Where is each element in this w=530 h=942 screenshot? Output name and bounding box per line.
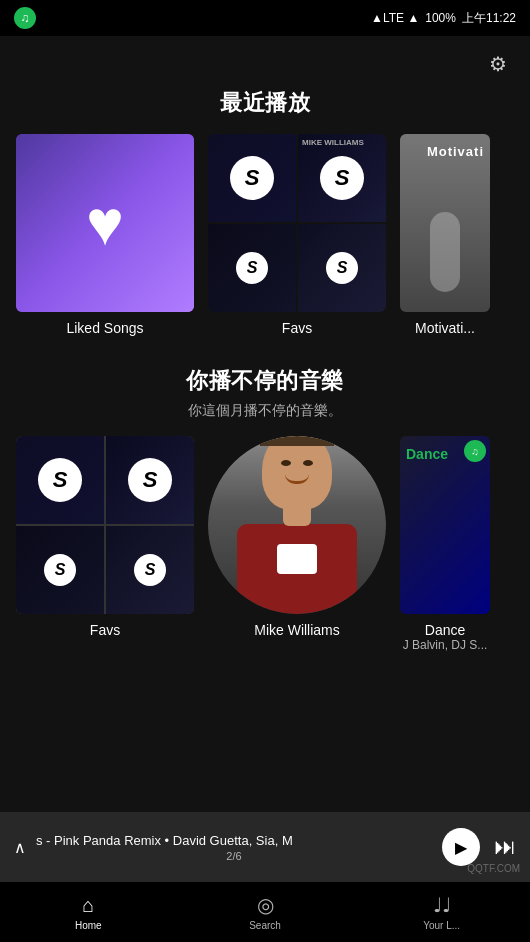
library-label: Your L... [423, 920, 460, 931]
nav-search[interactable]: ◎ Search [177, 882, 354, 942]
mike-eye-left [281, 460, 291, 466]
mike-hair [260, 436, 334, 446]
now-playing-info: s - Pink Panda Remix • David Guetta, Sia… [36, 833, 432, 862]
section2: 你播不停的音樂 你這個月播不停的音樂。 S S S [0, 366, 530, 652]
skip-button[interactable]: ⏭ [494, 834, 516, 860]
nav-library[interactable]: ♩♩ Your L... [353, 882, 530, 942]
motivati-card[interactable]: Motivati Motivati... [400, 134, 490, 336]
section1-title: 最近播放 [0, 88, 530, 118]
mike-avatar [208, 436, 386, 614]
recent-section: 最近播放 ♥ Liked Songs S [0, 88, 530, 336]
expand-button[interactable]: ∧ [14, 838, 26, 857]
nav-home[interactable]: ⌂ Home [0, 882, 177, 942]
main-content: ⚙ 最近播放 ♥ Liked Songs S [0, 36, 530, 752]
search-label: Search [249, 920, 281, 931]
liked-songs-card[interactable]: ♥ Liked Songs [16, 134, 194, 336]
favs-label: Favs [208, 320, 386, 336]
favs-card[interactable]: S MIKE WILLIAMS S S S Fav [208, 134, 386, 336]
spotify-badge: ♫ [464, 440, 486, 462]
favs-grid: S MIKE WILLIAMS S S S [208, 134, 386, 312]
battery-status: 100% [425, 11, 456, 25]
motivati-figure [430, 212, 460, 292]
recent-cards-row: ♥ Liked Songs S MIKE WILLIAMS S [0, 134, 530, 336]
dance-image: Dance ♫ [400, 436, 490, 614]
favs2-sub-4: S [106, 526, 194, 614]
mike-shirt [277, 544, 317, 574]
spinnin-logo-4: S [326, 252, 358, 284]
favs2-card[interactable]: S S S S Favs [16, 436, 194, 652]
header-row: ⚙ [0, 36, 530, 82]
play-button[interactable]: ▶ [442, 828, 480, 866]
now-playing-bar[interactable]: ∧ s - Pink Panda Remix • David Guetta, S… [0, 812, 530, 882]
favs-sub-2: MIKE WILLIAMS S [298, 134, 386, 222]
mike-williams-label: Mike Williams [208, 622, 386, 638]
favs2-sub-2: S [106, 436, 194, 524]
motivati-image: Motivati [400, 134, 490, 312]
liked-songs-image: ♥ [16, 134, 194, 312]
favs-sub-1: S [208, 134, 296, 222]
favs2-grid: S S S S [16, 436, 194, 614]
dance-sublabel: J Balvin, DJ S... [400, 638, 490, 652]
spotify-logo: ♫ [14, 7, 36, 29]
favs2-sub-1: S [16, 436, 104, 524]
now-playing-track: s - Pink Panda Remix • David Guetta, Sia… [36, 833, 432, 848]
section2-cards-row: S S S S Favs [0, 436, 530, 652]
watermark: QQTF.COM [467, 863, 520, 874]
favs2-logo-2: S [128, 458, 172, 502]
dance-card[interactable]: Dance ♫ Dance J Balvin, DJ S... [400, 436, 490, 652]
liked-songs-label: Liked Songs [16, 320, 194, 336]
status-bar: ♫ ▲LTE ▲ 100% 上午11:22 [0, 0, 530, 36]
mike-eye-right [303, 460, 313, 466]
library-icon: ♩♩ [433, 893, 451, 917]
settings-button[interactable]: ⚙ [484, 50, 512, 78]
track-page: 2/6 [36, 850, 432, 862]
favs-sub-3: S [208, 224, 296, 312]
network-indicator: ▲LTE ▲ [371, 11, 419, 25]
spinnin-logo-1: S [230, 156, 274, 200]
heart-icon: ♥ [86, 186, 124, 260]
search-icon: ◎ [257, 893, 274, 917]
home-label: Home [75, 920, 102, 931]
mike-head [262, 436, 332, 510]
favs2-image: S S S S [16, 436, 194, 614]
favs2-logo-3: S [44, 554, 76, 586]
spinnin-logo-3: S [236, 252, 268, 284]
mike-williams-card[interactable]: Mike Williams [208, 436, 386, 652]
section2-subtitle: 你這個月播不停的音樂。 [0, 402, 530, 420]
section2-title: 你播不停的音樂 [0, 366, 530, 396]
dance-label: Dance [400, 622, 490, 638]
favs2-logo-1: S [38, 458, 82, 502]
motivati-label: Motivati... [400, 320, 490, 336]
spinnin-logo-2: S [320, 156, 364, 200]
dance-label-overlay: Dance [406, 446, 448, 462]
favs-image: S MIKE WILLIAMS S S S [208, 134, 386, 312]
home-icon: ⌂ [82, 894, 94, 917]
favs2-label: Favs [16, 622, 194, 638]
track-label-1: MIKE WILLIAMS [302, 138, 364, 147]
playback-controls: ▶ ⏭ [442, 828, 516, 866]
time-display: 上午11:22 [462, 10, 516, 27]
favs2-logo-4: S [134, 554, 166, 586]
liked-songs-bg: ♥ [16, 134, 194, 312]
favs2-sub-3: S [16, 526, 104, 614]
favs-sub-4: S [298, 224, 386, 312]
bottom-nav: ⌂ Home ◎ Search ♩♩ Your L... [0, 882, 530, 942]
mike-williams-image [208, 436, 386, 614]
motivati-overlay-text: Motivati [427, 144, 484, 159]
